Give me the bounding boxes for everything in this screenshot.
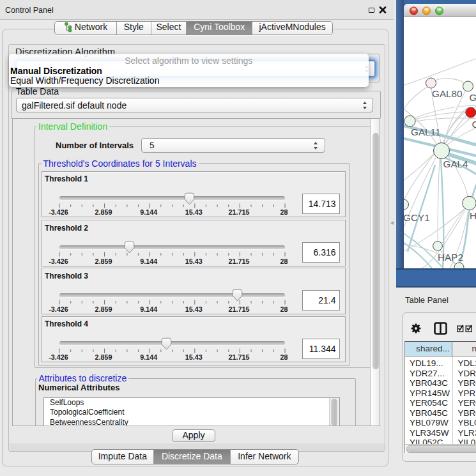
svg-text:C: C: [472, 119, 476, 130]
svg-text:GAL80: GAL80: [432, 88, 463, 99]
svg-text:HAP2: HAP2: [438, 252, 463, 263]
svg-text:GAL4: GAL4: [443, 158, 469, 169]
svg-text:GAL11: GAL11: [411, 127, 441, 137]
svg-text:H: H: [470, 210, 476, 221]
svg-text:GA: GA: [470, 92, 476, 103]
svg-text:GCY1: GCY1: [404, 212, 430, 223]
